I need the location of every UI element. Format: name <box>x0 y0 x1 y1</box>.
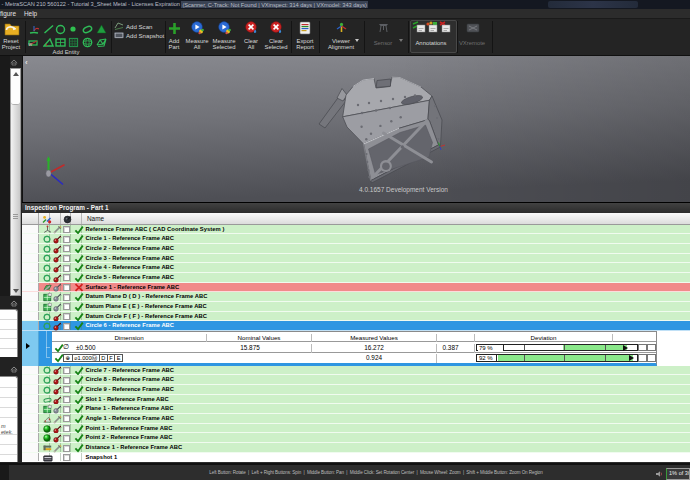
svg-text:w: w <box>29 41 33 47</box>
svg-text:4.0.1657 Development Version: 4.0.1657 Development Version <box>359 186 448 194</box>
